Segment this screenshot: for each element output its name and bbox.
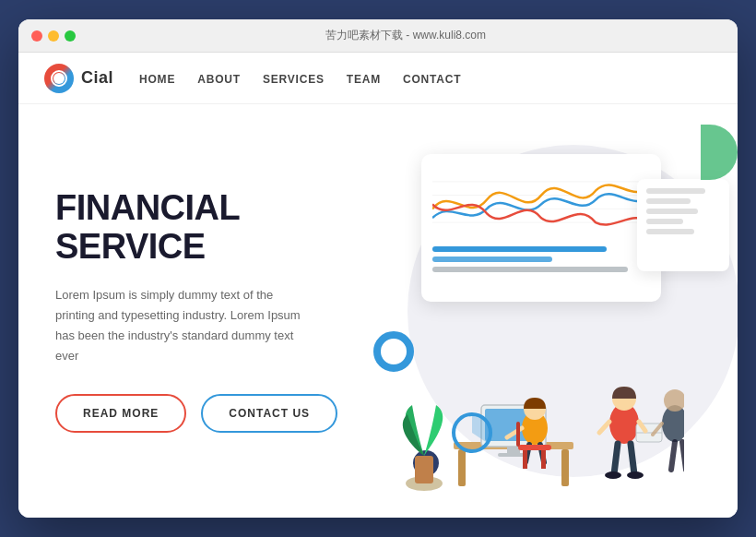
nav-item-team[interactable]: TEAM [347,70,381,87]
svg-point-33 [627,471,644,479]
chart-line-1 [432,246,607,252]
nav-link-about[interactable]: ABOUT [197,73,241,86]
side-line-4 [646,219,683,224]
nav-item-contact[interactable]: CONTACT [403,70,461,87]
heading-line2: SERVICE [55,227,206,266]
hero-heading: FINANCIAL SERVICE [55,189,342,267]
hero-left: FINANCIAL SERVICE Lorem Ipsum is simply … [18,104,342,518]
illustration-svg [389,313,684,497]
traffic-lights [31,30,76,42]
svg-line-30 [614,444,618,474]
logo-text: Cial [81,68,113,88]
leaf-decoration [701,125,738,180]
hero-right [342,104,738,518]
nav-link-services[interactable]: SERVICES [263,73,325,86]
browser-window: 苦力吧素材下载 - www.kuli8.com Cial HOME ABOUT … [18,19,738,518]
nav-link-contact[interactable]: CONTACT [403,73,461,86]
nav-links: HOME ABOUT SERVICES TEAM CONTACT [139,70,461,87]
svg-line-38 [682,442,684,470]
side-line-1 [646,188,705,194]
dashboard-card [421,154,661,302]
svg-line-31 [631,444,634,474]
svg-point-0 [52,71,66,86]
wave-chart [432,165,650,239]
svg-rect-21 [523,450,527,469]
site-content: Cial HOME ABOUT SERVICES TEAM CONTACT FI… [18,53,738,518]
svg-rect-22 [541,450,546,469]
traffic-light-red[interactable] [31,30,42,42]
browser-title: 苦力吧素材下载 - www.kuli8.com [87,28,725,43]
logo-wrapper: Cial [44,64,113,93]
svg-rect-9 [458,449,466,486]
hero-section: FINANCIAL SERVICE Lorem Ipsum is simply … [18,104,738,518]
chart-data-lines [432,246,650,272]
navbar: Cial HOME ABOUT SERVICES TEAM CONTACT [18,53,738,104]
side-line-5 [646,229,694,234]
nav-link-home[interactable]: HOME [139,73,175,86]
svg-rect-13 [507,447,520,454]
traffic-light-yellow[interactable] [48,30,59,42]
chart-area [432,165,650,239]
chart-line-3 [432,267,628,272]
side-data-card [637,179,729,271]
nav-item-about[interactable]: ABOUT [197,70,241,87]
svg-rect-7 [415,456,433,483]
nav-link-team[interactable]: TEAM [347,73,381,86]
svg-line-37 [671,442,675,470]
hero-body-text: Lorem Ipsum is simply dummy text of the … [55,285,304,366]
svg-point-1 [56,76,62,81]
read-more-button[interactable]: READ MORE [55,394,186,433]
side-line-3 [646,209,698,214]
svg-point-32 [605,471,621,479]
svg-rect-10 [561,449,569,486]
svg-point-35 [664,389,684,412]
nav-item-services[interactable]: SERVICES [263,70,325,87]
side-line-2 [646,198,691,204]
nav-item-home[interactable]: HOME [139,70,175,87]
traffic-light-green[interactable] [65,30,76,42]
svg-line-28 [599,422,609,433]
browser-titlebar: 苦力吧素材下载 - www.kuli8.com [18,19,738,53]
hero-buttons: READ MORE CONTACT US [55,394,342,433]
chart-line-2 [432,257,552,262]
logo-svg [51,70,67,87]
contact-us-button[interactable]: CONTACT US [201,394,337,433]
svg-rect-20 [518,445,551,450]
heading-line1: FINANCIAL [55,188,240,227]
logo-icon [44,64,74,93]
